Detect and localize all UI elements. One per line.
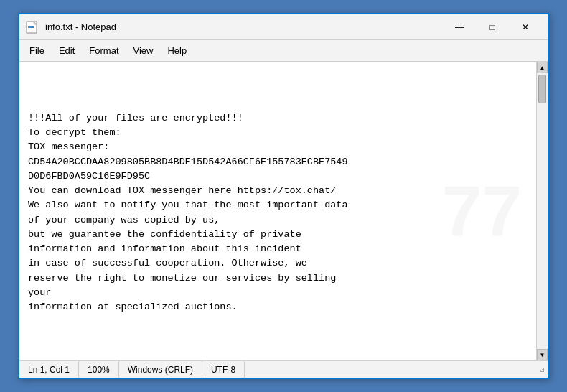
text-content: !!!All of your files are encrypted!!! To… [28,111,528,315]
svg-rect-3 [28,27,34,28]
encoding: UTF-8 [202,361,245,378]
svg-rect-2 [28,26,34,27]
titlebar: info.txt - Notepad — □ ✕ [19,14,548,40]
menu-help[interactable]: Help [160,42,194,59]
scroll-track[interactable] [537,73,548,349]
cursor-position: Ln 1, Col 1 [19,361,79,378]
window-title: info.txt - Notepad [45,22,443,32]
content-area: 77 !!!All of your files are encrypted!!!… [19,62,548,360]
scroll-down-button[interactable]: ▼ [537,349,548,360]
menu-file[interactable]: File [22,42,52,59]
scroll-thumb[interactable] [538,75,546,103]
line-endings: Windows (CRLF) [119,361,202,378]
scroll-up-button[interactable]: ▲ [537,62,548,73]
menu-edit[interactable]: Edit [52,42,82,59]
scrollbar: ▲ ▼ [536,62,548,360]
app-icon [25,20,39,34]
maximize-button[interactable]: □ [476,16,509,39]
menu-view[interactable]: View [126,42,161,59]
menubar: File Edit Format View Help [19,40,548,62]
statusbar: Ln 1, Col 1 100% Windows (CRLF) UTF-8 ⊿ [19,360,548,378]
svg-rect-4 [28,29,32,29]
menu-format[interactable]: Format [82,42,126,59]
close-button[interactable]: ✕ [509,16,542,39]
resize-grip[interactable]: ⊿ [536,361,548,378]
notepad-window: info.txt - Notepad — □ ✕ File Edit Forma… [18,13,549,379]
zoom-level: 100% [79,361,119,378]
minimize-button[interactable]: — [443,16,476,39]
window-controls: — □ ✕ [443,16,542,39]
text-editor[interactable]: 77 !!!All of your files are encrypted!!!… [19,62,536,360]
